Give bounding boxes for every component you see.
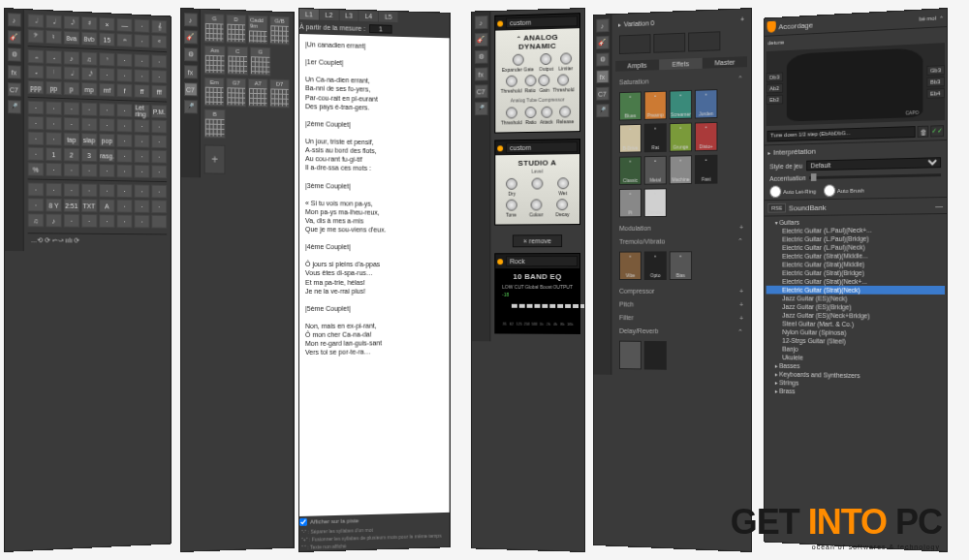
- notation-cell[interactable]: ·: [81, 214, 97, 228]
- chord-G[interactable]: G: [250, 47, 270, 76]
- notation-cell[interactable]: 𝅘𝅥: [64, 66, 79, 79]
- notation-cell[interactable]: ·: [64, 183, 79, 197]
- notation-cell[interactable]: ·: [28, 132, 45, 145]
- rack3-preset[interactable]: Rock: [506, 256, 578, 266]
- knob-Wet[interactable]: [557, 177, 569, 189]
- sidebar-gear-icon[interactable]: ⚙: [596, 52, 609, 66]
- eq-band-62[interactable]: [519, 292, 525, 321]
- eq-band-16k[interactable]: [580, 292, 584, 321]
- notation-cell[interactable]: ·: [117, 184, 133, 198]
- notation-cell[interactable]: 𝄢: [28, 29, 45, 44]
- notation-cell[interactable]: ·: [64, 214, 79, 228]
- add-chord-button[interactable]: +: [204, 144, 226, 173]
- rack2-preset[interactable]: custom: [506, 141, 578, 153]
- sidebar-fx-icon[interactable]: fx: [596, 70, 609, 83]
- pedal-Blues[interactable]: •Blues: [619, 91, 641, 120]
- sidebar-note-icon[interactable]: ♪: [596, 18, 609, 32]
- pedal-Machine[interactable]: •Machine: [670, 155, 692, 184]
- notation-cell[interactable]: rasg.: [99, 148, 115, 162]
- notation-cell[interactable]: 𝅘𝅥𝅮: [64, 16, 79, 30]
- notation-cell[interactable]: 𝅘𝅥: [46, 15, 61, 29]
- notation-cell[interactable]: slap: [81, 133, 97, 146]
- notation-cell[interactable]: ·: [117, 118, 133, 132]
- notation-cell[interactable]: ·: [81, 164, 97, 177]
- notation-cell[interactable]: ·: [28, 147, 45, 161]
- peg-eb2[interactable]: Eb2: [766, 95, 783, 105]
- notation-cell[interactable]: ·: [64, 163, 79, 176]
- pedal-Classic[interactable]: •Classic: [619, 156, 641, 185]
- notation-cell[interactable]: 𝄾: [99, 52, 115, 66]
- notation-cell[interactable]: ♪: [46, 214, 61, 228]
- knob-Limiter[interactable]: [560, 52, 572, 64]
- chord-B[interactable]: B: [204, 109, 226, 139]
- sidebar-fx-icon[interactable]: fx: [7, 65, 20, 78]
- peg-bb3[interactable]: Bb3: [926, 77, 945, 87]
- notation-cell[interactable]: 2:51: [64, 199, 79, 212]
- knob-Colour[interactable]: [530, 199, 542, 210]
- lyrics-tab-L2[interactable]: L2: [320, 10, 339, 21]
- knob-Attack[interactable]: [541, 107, 552, 118]
- knob-Decay[interactable]: [557, 199, 569, 210]
- notation-cell[interactable]: ·: [28, 101, 45, 114]
- tab-effets[interactable]: Effets: [659, 58, 703, 70]
- knob-Dry[interactable]: [506, 178, 517, 190]
- peg-gb3[interactable]: Gb3: [926, 65, 945, 76]
- notation-cell[interactable]: ·: [135, 119, 150, 133]
- notation-cell[interactable]: ♯: [81, 16, 97, 31]
- notation-cell[interactable]: 1: [46, 147, 61, 161]
- chord-G[interactable]: G: [204, 14, 225, 44]
- pedal-Fast[interactable]: •Fast: [695, 155, 717, 184]
- soundbank-close[interactable]: —: [935, 202, 943, 210]
- sidebar-mic-icon[interactable]: 🎤: [183, 100, 197, 113]
- knob-Threshold[interactable]: [506, 76, 517, 87]
- tree-item[interactable]: Electric Guitar (Strat)(Middle): [766, 260, 945, 268]
- notation-cell[interactable]: ·: [135, 135, 150, 148]
- pedal-Screamer[interactable]: •Screamer: [670, 90, 692, 119]
- notation-cell[interactable]: ♮: [46, 30, 61, 45]
- notation-cell[interactable]: ·: [117, 69, 133, 82]
- notation-cell[interactable]: ·: [151, 200, 167, 213]
- notation-cell[interactable]: ·: [99, 118, 115, 132]
- lyrics-textarea[interactable]: |Un canadien errant| |1er Couplet| Un Ca…: [299, 34, 450, 516]
- notation-cell[interactable]: ·: [99, 164, 115, 177]
- notation-cell[interactable]: ·: [46, 163, 61, 176]
- pedal-Rat[interactable]: •Rat: [644, 123, 667, 152]
- notation-cell[interactable]: ×: [99, 17, 115, 32]
- notation-cell[interactable]: ·: [151, 135, 167, 148]
- pedal-Bender[interactable]: •Bender: [644, 188, 667, 217]
- tab-master[interactable]: Master: [703, 56, 747, 69]
- sidebar-gear-icon[interactable]: ⚙: [7, 47, 20, 62]
- notation-cell[interactable]: 𝅘𝅥𝅯: [81, 67, 97, 80]
- notation-cell[interactable]: pp: [46, 81, 61, 95]
- knob-Output[interactable]: [541, 53, 552, 65]
- notation-cell[interactable]: ·: [81, 117, 97, 131]
- notation-cell[interactable]: 𝅥: [46, 66, 61, 79]
- sidebar-chord-icon[interactable]: C7: [7, 82, 20, 96]
- notation-cell[interactable]: 15: [99, 32, 115, 46]
- knob-Gain[interactable]: [539, 75, 550, 86]
- eq-band-31[interactable]: [512, 292, 517, 321]
- pedal-reverb[interactable]: [644, 341, 667, 370]
- notation-cell[interactable]: ·: [117, 53, 133, 67]
- sidebar-mic-icon[interactable]: 🎤: [596, 104, 609, 117]
- notation-cell[interactable]: ·: [151, 185, 167, 199]
- notation-cell[interactable]: ·: [151, 150, 167, 164]
- amp-preview[interactable]: [619, 34, 651, 54]
- rack1-preset[interactable]: custom: [506, 16, 578, 28]
- sidebar-guitar-icon[interactable]: 🎸: [596, 36, 609, 49]
- notation-cell[interactable]: ·: [81, 103, 97, 116]
- chord-D[interactable]: D: [226, 15, 246, 44]
- notation-cell[interactable]: ·: [135, 34, 150, 47]
- notation-cell[interactable]: p: [64, 81, 79, 95]
- eq-band-500[interactable]: [543, 292, 548, 321]
- pedal-B-Drive[interactable]: •B-Drive: [619, 124, 641, 153]
- notation-cell[interactable]: 8 Y: [46, 199, 61, 212]
- notation-cell[interactable]: mf: [99, 83, 115, 97]
- pedal-Metal[interactable]: •Metal: [644, 156, 667, 185]
- notation-cell[interactable]: 𝅝: [28, 49, 45, 64]
- notation-cell[interactable]: ·: [28, 182, 45, 196]
- notation-cell[interactable]: ·: [99, 103, 115, 116]
- sidebar-note-icon[interactable]: ♪: [7, 13, 20, 27]
- style-select[interactable]: Default: [806, 157, 941, 171]
- notation-cell[interactable]: ·: [28, 116, 45, 130]
